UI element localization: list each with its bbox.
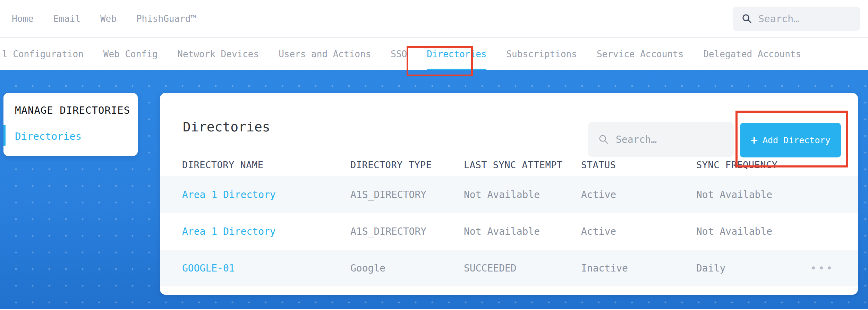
search-icon (742, 14, 752, 24)
sidebar-item-directories[interactable]: Directories (15, 130, 82, 142)
tab-users-and-actions[interactable]: Users and Actions (279, 38, 371, 70)
plus-icon: + (750, 134, 757, 146)
tab-service-accounts[interactable]: Service Accounts (597, 38, 683, 70)
directories-card: Directories + Add Directory DIRECTORY NA… (160, 93, 858, 295)
tab-email-configuration[interactable]: l Configuration (2, 38, 84, 70)
nav-phishguard[interactable]: PhishGuard™ (136, 14, 196, 24)
table-row: Area 1 Directory A1S_DIRECTORY Not Avail… (160, 213, 858, 250)
col-status: STATUS (581, 160, 696, 170)
tab-sso[interactable]: SSO (391, 38, 407, 70)
directories-search[interactable] (588, 122, 734, 157)
settings-tab-bar: l Configuration Web Config Network Devic… (0, 38, 868, 70)
tab-delegated-accounts[interactable]: Delegated Accounts (703, 38, 801, 70)
tab-subscriptions[interactable]: Subscriptions (506, 38, 577, 70)
sync-frequency: Not Available (696, 189, 807, 200)
directory-name-link[interactable]: Area 1 Directory (182, 226, 350, 237)
sync-frequency: Daily (696, 262, 807, 274)
last-sync-attempt: Not Available (464, 226, 581, 237)
directory-name-link[interactable]: GOOGLE-01 (182, 262, 350, 274)
sync-frequency: Not Available (696, 226, 807, 237)
col-sync-frequency: SYNC FREQUENCY (696, 160, 807, 170)
top-navigation: Home Email Web PhishGuard™ (0, 0, 868, 38)
col-last-sync-attempt: LAST SYNC ATTEMPT (464, 160, 581, 170)
add-directory-label: Add Directory (763, 135, 831, 145)
nav-home[interactable]: Home (12, 14, 34, 24)
table-row: GOOGLE-01 Google SUCCEEDED Inactive Dail… (160, 250, 858, 286)
ellipsis-icon[interactable]: ••• (807, 262, 837, 274)
directory-name-link[interactable]: Area 1 Directory (182, 189, 350, 200)
nav-email[interactable]: Email (53, 14, 80, 24)
status: Active (581, 189, 696, 200)
tab-directories[interactable]: Directories (427, 38, 486, 70)
col-directory-type: DIRECTORY TYPE (350, 160, 464, 170)
tab-network-devices[interactable]: Network Devices (177, 38, 259, 70)
panel-heading: MANAGE DIRECTORIES (15, 104, 130, 116)
manage-directories-panel: MANAGE DIRECTORIES Directories (3, 93, 138, 156)
active-item-bar (3, 125, 6, 146)
tab-web-config[interactable]: Web Config (103, 38, 158, 70)
last-sync-attempt: Not Available (464, 189, 581, 200)
tab-directories-label: Directories (427, 49, 486, 59)
global-search-input[interactable] (758, 13, 856, 25)
status: Active (581, 226, 696, 237)
col-directory-name: DIRECTORY NAME (182, 160, 350, 170)
add-directory-button[interactable]: + Add Directory (740, 123, 841, 157)
last-sync-attempt: SUCCEEDED (464, 262, 581, 274)
table-row: Area 1 Directory A1S_DIRECTORY Not Avail… (160, 176, 858, 213)
global-search[interactable] (733, 7, 860, 31)
directories-table: DIRECTORY NAME DIRECTORY TYPE LAST SYNC … (160, 154, 858, 286)
nav-web[interactable]: Web (100, 14, 117, 24)
status: Inactive (581, 262, 696, 274)
directory-type: Google (350, 262, 464, 274)
table-header-row: DIRECTORY NAME DIRECTORY TYPE LAST SYNC … (160, 154, 858, 176)
directory-type: A1S_DIRECTORY (350, 226, 464, 237)
directory-type: A1S_DIRECTORY (350, 189, 464, 200)
page-title: Directories (183, 119, 270, 135)
workspace-background: MANAGE DIRECTORIES Directories Directori… (0, 70, 868, 309)
search-icon (598, 134, 609, 145)
directories-search-input[interactable] (616, 134, 720, 145)
